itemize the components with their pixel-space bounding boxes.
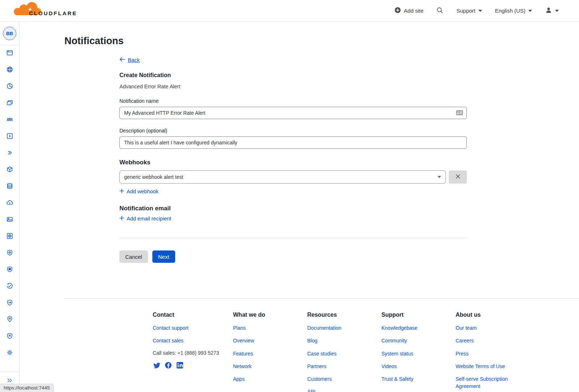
cloud-play-icon	[6, 199, 13, 208]
footer-link[interactable]: Videos	[381, 363, 456, 370]
footer-heading: What we do	[233, 312, 307, 318]
sidebar-item-globe[interactable]	[0, 62, 19, 79]
sidebar-item-workers[interactable]	[0, 128, 19, 145]
add-webhook-link[interactable]: Add webhook	[119, 189, 159, 194]
notification-email-title: Notification email	[119, 205, 467, 212]
history-check-icon	[6, 282, 13, 291]
team-icon	[6, 116, 13, 125]
chevron-down-icon	[528, 10, 532, 12]
footer-link[interactable]: Documentation	[307, 324, 381, 332]
browser-status-url: https://localhost:7445	[0, 384, 54, 392]
sidebar-item-zero-trust[interactable]	[0, 295, 19, 312]
form-title: Create Notification	[119, 72, 467, 79]
sidebar-item-images[interactable]	[0, 212, 19, 228]
top-header: CLOUDFLARE Add site Support English (US)	[0, 0, 579, 22]
back-link[interactable]: Back	[119, 57, 140, 63]
webhook-selected-value: generic webhook alert test	[124, 174, 183, 180]
sidebar-item-rules[interactable]	[0, 145, 19, 162]
webhook-select[interactable]: generic webhook alert test	[119, 170, 446, 184]
shield-gear-icon	[6, 249, 13, 258]
footer-link[interactable]: Plans	[233, 324, 307, 332]
add-email-recipient-link[interactable]: Add email recipient	[119, 216, 171, 222]
footer-column-support: Support Knowledgebase Community System s…	[381, 312, 456, 392]
layers-icon	[6, 99, 13, 108]
page-footer: Contact Contact support Contact sales Ca…	[64, 298, 579, 392]
footer-link[interactable]: Trust & Safety	[381, 375, 456, 383]
footer-link[interactable]: Network	[233, 363, 307, 370]
sidebar-item-security-center[interactable]	[0, 245, 19, 262]
map-pin-icon	[6, 316, 13, 324]
notification-name-input[interactable]	[119, 107, 467, 119]
footer-link[interactable]: Community	[381, 337, 456, 344]
twitter-icon[interactable]	[153, 361, 161, 371]
footer-column-about-us: About us Our team Careers Press Website …	[456, 312, 524, 392]
next-button[interactable]: Next	[152, 250, 175, 263]
footer-link[interactable]: System status	[381, 350, 456, 357]
footer-link[interactable]: Press	[456, 350, 524, 357]
sidebar-item-locations[interactable]	[0, 312, 19, 328]
sunburst-icon	[6, 349, 13, 358]
sidebar-item-database[interactable]	[0, 178, 19, 195]
footer-link[interactable]: Careers	[456, 337, 524, 344]
sidebar-item-analytics[interactable]	[0, 79, 19, 95]
remove-webhook-button[interactable]	[449, 170, 467, 184]
footer-column-what-we-do: What we do Plans Overview Features Netwo…	[233, 312, 307, 392]
sidebar-item-r2[interactable]	[0, 162, 19, 178]
account-menu[interactable]	[545, 7, 559, 14]
footer-link[interactable]: Features	[233, 350, 307, 357]
search-button[interactable]	[436, 7, 443, 15]
sidebar-item-vault[interactable]	[0, 228, 19, 245]
sidebar-item-security-globe[interactable]	[0, 262, 19, 278]
code-brackets-icon	[6, 149, 13, 158]
support-label: Support	[456, 8, 476, 14]
footer-heading: About us	[456, 312, 524, 318]
sidebar-item-pages[interactable]	[0, 95, 19, 112]
footer-link[interactable]: API	[307, 388, 381, 392]
sidebar-item-stream[interactable]	[0, 195, 19, 212]
shield-asterisk-icon	[6, 332, 13, 341]
linkedin-icon[interactable]	[176, 361, 184, 371]
footer-link[interactable]: Website Terms of Use	[456, 363, 524, 370]
language-menu[interactable]: English (US)	[495, 8, 532, 14]
description-input[interactable]	[119, 136, 467, 149]
close-icon	[455, 174, 461, 180]
webhooks-title: Webhooks	[119, 159, 467, 166]
facebook-icon[interactable]	[164, 361, 172, 371]
footer-heading: Support	[381, 312, 456, 318]
sidebar-item-network[interactable]	[0, 345, 19, 362]
shield-globe-icon	[6, 266, 13, 274]
footer-link[interactable]: Contact support	[153, 324, 233, 332]
sidebar-item-members[interactable]	[0, 112, 19, 128]
sidebar-item-window[interactable]	[0, 45, 19, 62]
database-icon	[6, 182, 13, 191]
language-label: English (US)	[495, 8, 525, 14]
footer-link[interactable]: Apps	[233, 375, 307, 383]
sidebar-item-ssl[interactable]	[0, 328, 19, 345]
description-label: Description (optional)	[119, 128, 467, 134]
add-email-label: Add email recipient	[127, 216, 171, 222]
call-sales-text: Call sales: +1 (888) 993 5273	[153, 350, 233, 356]
chevron-down-icon	[438, 176, 441, 178]
footer-link[interactable]: Contact sales	[153, 337, 233, 344]
cancel-button[interactable]: Cancel	[119, 250, 148, 263]
footer-link[interactable]: Knowledgebase	[381, 324, 456, 332]
footer-link[interactable]: Partners	[307, 363, 381, 370]
footer-link[interactable]: Self-serve Subscription Agreement	[456, 375, 524, 390]
footer-link[interactable]: Overview	[233, 337, 307, 344]
footer-link[interactable]: Our team	[456, 324, 524, 332]
footer-link[interactable]: Blog	[307, 337, 381, 344]
add-webhook-label: Add webhook	[127, 189, 159, 194]
footer-link[interactable]: Case studies	[307, 350, 381, 357]
page-title: Notifications	[64, 35, 579, 47]
contacts-autofill-icon	[456, 110, 463, 117]
user-icon	[545, 7, 552, 14]
sidebar-item-history[interactable]	[0, 278, 19, 295]
vault-icon	[6, 232, 13, 241]
lightning-icon	[6, 132, 13, 141]
footer-link[interactable]: Customers	[307, 375, 381, 383]
add-site-button[interactable]: Add site	[394, 7, 423, 14]
cloudflare-logo[interactable]: CLOUDFLARE	[6, 2, 77, 20]
account-avatar[interactable]: BB	[3, 27, 16, 40]
shield-arrow-icon	[6, 299, 13, 308]
support-menu[interactable]: Support	[456, 8, 482, 14]
